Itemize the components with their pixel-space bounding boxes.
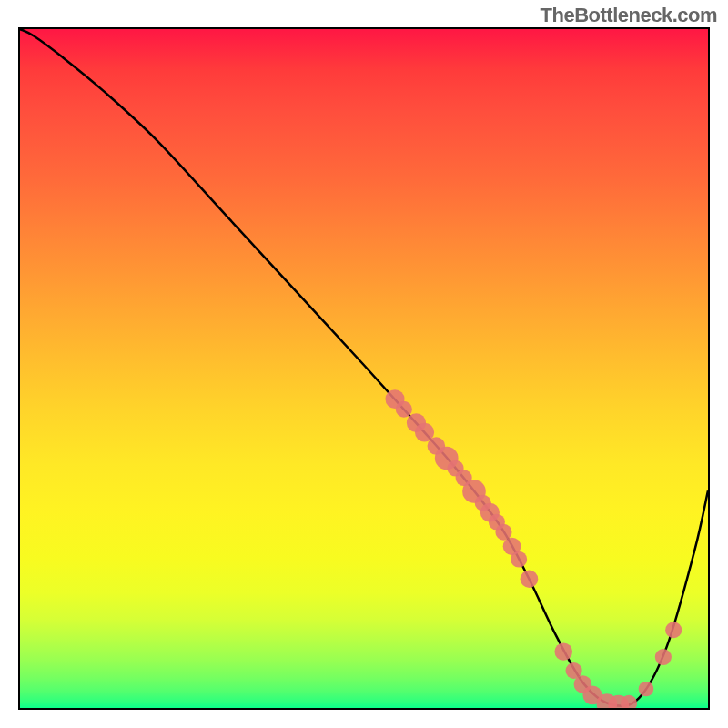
chart-plot-area [18,27,710,710]
curve-marker [495,524,511,541]
bottleneck-curve [20,29,708,706]
curve-marker [521,571,539,588]
watermark-text: TheBottleneck.com [541,4,717,27]
curve-marker [639,682,654,696]
curve-marker [554,642,572,660]
curve-marker [396,401,412,418]
curve-marker [655,649,672,665]
chart-svg [20,29,708,708]
curve-marker [511,551,527,568]
curve-markers [385,389,682,708]
curve-marker [665,622,682,638]
